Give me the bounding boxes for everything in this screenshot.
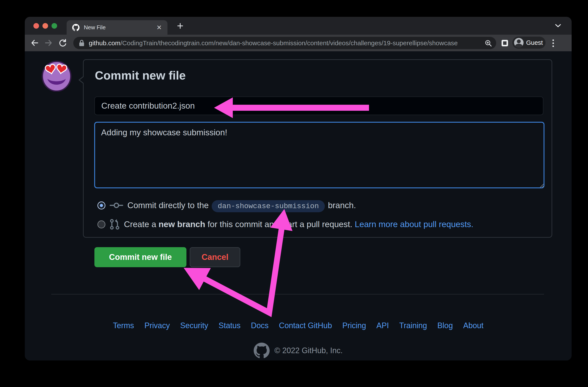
new-branch-text-2: for this commit and start a pull request… (205, 220, 355, 229)
lock-icon (79, 40, 84, 46)
textarea-resize-grip[interactable] (538, 182, 544, 188)
close-window-button[interactable] (33, 23, 39, 29)
learn-more-link[interactable]: Learn more about pull requests. (355, 220, 474, 229)
address-bar[interactable]: github.com/CodingTrain/thecodingtrain.co… (73, 37, 496, 49)
screenshot-stage: New File ✕ + github.com/Cod (0, 0, 588, 387)
guest-avatar-icon (514, 38, 524, 47)
url-text: github.com/CodingTrain/thecodingtrain.co… (89, 40, 458, 47)
back-icon[interactable] (30, 39, 39, 47)
commit-title-input[interactable] (94, 97, 543, 115)
footer-link-security[interactable]: Security (180, 321, 208, 330)
new-branch-text-1: Create a (124, 220, 158, 229)
user-avatar (41, 60, 72, 92)
tab-search-chevron-icon[interactable] (554, 23, 562, 28)
commit-direct-text-after: branch. (328, 201, 356, 210)
radio-row-new-branch: Create a new branch for this commit and … (97, 217, 473, 231)
footer-links: Terms Privacy Security Status Docs Conta… (25, 321, 572, 330)
commit-new-file-button[interactable]: Commit new file (94, 247, 187, 267)
browser-toolbar: github.com/CodingTrain/thecodingtrain.co… (25, 35, 572, 51)
footer-link-api[interactable]: API (376, 321, 389, 330)
branch-name-badge: dan-showcase-submission (212, 200, 325, 212)
commit-icon (110, 202, 123, 209)
tab-close-icon[interactable]: ✕ (156, 24, 162, 31)
new-branch-label: Create a new branch for this commit and … (124, 220, 473, 229)
github-favicon-icon (72, 24, 80, 31)
footer-link-training[interactable]: Training (399, 321, 427, 330)
footer-link-pricing[interactable]: Pricing (342, 321, 366, 330)
browser-tab[interactable]: New File ✕ (67, 20, 168, 35)
guest-label: Guest (526, 39, 543, 46)
footer-link-contact[interactable]: Contact GitHub (279, 321, 332, 330)
new-tab-button[interactable]: + (175, 20, 186, 32)
forward-icon[interactable] (44, 39, 53, 47)
tab-title: New File (84, 24, 152, 31)
minimize-window-button[interactable] (42, 23, 48, 29)
new-branch-bold: new branch (158, 220, 205, 229)
github-page: Commit new file Adding my showcase submi… (25, 51, 572, 361)
cancel-button[interactable]: Cancel (190, 247, 240, 267)
radio-row-commit-direct: Commit directly to thedan-showcase-submi… (97, 198, 356, 212)
footer-brand: © 2022 GitHub, Inc. (25, 343, 572, 359)
window-controls (33, 23, 57, 29)
footer-link-about[interactable]: About (463, 321, 483, 330)
page-title: Commit new file (95, 68, 186, 82)
radio-new-branch[interactable] (97, 221, 105, 228)
browser-menu-icon[interactable] (552, 38, 554, 48)
tab-strip: New File ✕ + (25, 17, 572, 35)
zoom-page-icon[interactable] (484, 40, 492, 47)
commit-description-textarea[interactable]: Adding my showcase submission! (94, 122, 544, 188)
copyright-text: © 2022 GitHub, Inc. (274, 346, 343, 355)
reload-icon[interactable] (58, 39, 67, 47)
footer-link-docs[interactable]: Docs (251, 321, 269, 330)
side-panel-icon[interactable] (502, 40, 508, 46)
commit-direct-label: Commit directly to thedan-showcase-submi… (127, 201, 356, 210)
commit-form-panel: Commit new file Adding my showcase submi… (83, 59, 552, 238)
footer-link-blog[interactable]: Blog (437, 321, 453, 330)
github-logo-icon (254, 343, 270, 359)
url-path: /CodingTrain/thecodingtrain.com/new/dan-… (121, 40, 458, 46)
pull-request-icon (110, 219, 120, 230)
profile-button[interactable]: Guest (512, 37, 546, 49)
footer-link-privacy[interactable]: Privacy (145, 321, 170, 330)
footer-divider (51, 294, 544, 295)
commit-direct-text: Commit directly to the (127, 201, 209, 210)
footer-link-status[interactable]: Status (219, 321, 241, 330)
fullscreen-window-button[interactable] (52, 23, 57, 29)
radio-commit-direct[interactable] (97, 202, 105, 209)
browser-window: New File ✕ + github.com/Cod (25, 17, 572, 361)
footer-link-terms[interactable]: Terms (113, 321, 134, 330)
url-domain: github.com (89, 40, 121, 46)
